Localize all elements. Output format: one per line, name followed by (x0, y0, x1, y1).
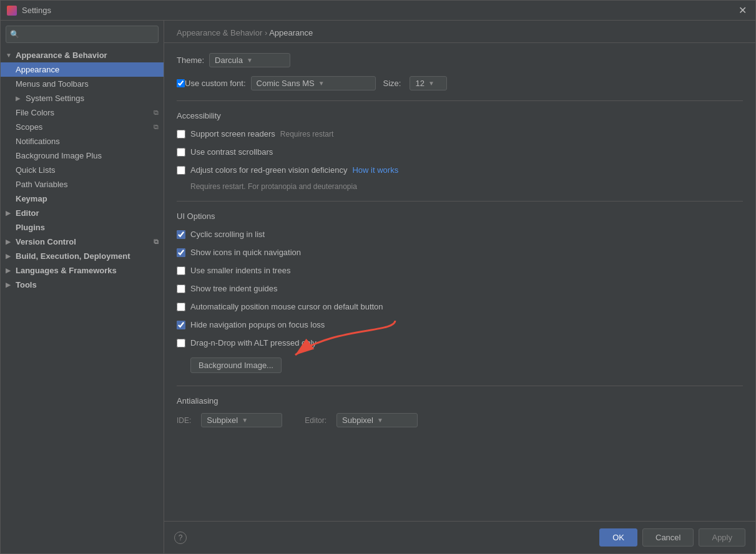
chevron-down-icon: ▼ (247, 57, 253, 64)
custom-font-row: Use custom font: Comic Sans MS ▼ Size: 1… (177, 76, 743, 90)
auto-position-label[interactable]: Automatically position mouse cursor on d… (190, 302, 383, 311)
breadcrumb: Appearance & Behavior › Appearance (164, 21, 755, 43)
content-area: 🔍 ▼ Appearance & Behavior Appearance Men… (1, 21, 755, 553)
sidebar-item-plugins[interactable]: ▶ Plugins (1, 220, 164, 235)
sidebar-item-file-colors[interactable]: File Colors ⧉ (1, 105, 164, 120)
background-image-row: Background Image... (177, 355, 743, 373)
ide-dropdown[interactable]: Subpixel ▼ (201, 413, 282, 427)
auto-position-checkbox[interactable] (177, 303, 185, 311)
chevron-down-icon: ▼ (242, 417, 248, 424)
theme-row: Theme: Darcula ▼ (177, 53, 743, 67)
contrast-scrollbars-checkbox[interactable] (177, 148, 185, 157)
auto-position-cursor-row: Automatically position mouse cursor on d… (177, 301, 743, 313)
window-title: Settings (22, 6, 736, 15)
editor-aa-dropdown[interactable]: Subpixel ▼ (336, 413, 418, 427)
ide-label: IDE: (177, 416, 191, 425)
sidebar-label: System Settings (26, 94, 84, 103)
editor-aa-value: Subpixel (342, 415, 373, 425)
caret-icon: ▶ (6, 281, 14, 288)
help-button[interactable]: ? (174, 532, 187, 544)
divider3 (177, 386, 743, 386)
contrast-scrollbars-label[interactable]: Use contrast scrollbars (190, 147, 273, 157)
divider (177, 100, 743, 101)
ok-button[interactable]: OK (599, 528, 637, 547)
font-dropdown[interactable]: Comic Sans MS ▼ (251, 76, 376, 90)
caret-icon: ▶ (6, 238, 14, 245)
caret-placeholder: ▶ (6, 224, 14, 231)
custom-font-label[interactable]: Use custom font: (185, 79, 246, 88)
smaller-indents-checkbox[interactable] (177, 266, 185, 275)
breadcrumb-current: Appearance (269, 28, 313, 37)
title-bar: Settings ✕ (1, 1, 755, 21)
show-icons-label[interactable]: Show icons in quick navigation (190, 248, 301, 257)
support-screen-readers-checkbox[interactable] (177, 130, 185, 138)
tree-indent-guides-label[interactable]: Show tree indent guides (190, 284, 277, 293)
sidebar-label: Scopes (16, 122, 42, 132)
chevron-down-icon: ▼ (377, 417, 383, 424)
drag-drop-checkbox[interactable] (177, 339, 185, 347)
main-panel: Appearance & Behavior › Appearance Theme… (164, 21, 755, 553)
cancel-button[interactable]: Cancel (642, 528, 694, 547)
drag-drop-label[interactable]: Drag-n-Drop with ALT pressed only (190, 338, 317, 347)
sidebar-item-scopes[interactable]: Scopes ⧉ (1, 120, 164, 134)
how-it-works-link[interactable]: How it works (352, 165, 398, 175)
show-icons-checkbox[interactable] (177, 248, 185, 257)
sidebar-item-editor[interactable]: ▶ Editor (1, 206, 164, 220)
hide-nav-popups-row: Hide navigation popups on focus loss (177, 319, 743, 331)
chevron-down-icon: ▼ (318, 80, 325, 87)
cyclic-scrolling-label[interactable]: Cyclic scrolling in list (190, 230, 265, 239)
sidebar-item-quick-lists[interactable]: Quick Lists (1, 163, 164, 177)
requires-restart-text: Requires restart (280, 130, 333, 138)
background-image-button[interactable]: Background Image... (190, 357, 282, 373)
sidebar-item-version-control[interactable]: ▶ Version Control ⧉ (1, 235, 164, 249)
sidebar-label: Path Variables (16, 180, 68, 189)
sidebar-item-system-settings[interactable]: ▶ System Settings (1, 91, 164, 105)
sidebar-item-notifications[interactable]: Notifications (1, 134, 164, 148)
sidebar-item-appearance[interactable]: Appearance (1, 62, 164, 77)
hide-nav-popups-checkbox[interactable] (177, 321, 185, 329)
theme-label: Theme: (177, 56, 204, 65)
sidebar-label: File Colors (16, 108, 54, 117)
divider2 (177, 201, 743, 202)
app-icon (7, 6, 17, 16)
sidebar-item-keymap[interactable]: ▶ Keymap (1, 192, 164, 206)
theme-dropdown[interactable]: Darcula ▼ (209, 53, 290, 67)
sidebar-item-menus-toolbars[interactable]: Menus and Toolbars (1, 77, 164, 91)
breadcrumb-parent: Appearance & Behavior (177, 28, 262, 37)
caret-icon: ▼ (6, 52, 14, 59)
close-button[interactable]: ✕ (736, 4, 749, 16)
sidebar-item-path-variables[interactable]: Path Variables (1, 177, 164, 192)
size-label: Size: (383, 79, 401, 88)
adjust-colors-label[interactable]: Adjust colors for red-green vision defic… (190, 165, 347, 175)
apply-button[interactable]: Apply (699, 528, 745, 547)
support-screen-readers-label[interactable]: Support screen readers (190, 129, 275, 138)
editor-aa-label: Editor: (305, 416, 326, 425)
search-icon: 🔍 (10, 30, 19, 39)
tree-indent-guides-checkbox[interactable] (177, 284, 185, 293)
drag-drop-row: Drag-n-Drop with ALT pressed only (177, 337, 743, 349)
sidebar-item-tools[interactable]: ▶ Tools (1, 278, 164, 292)
custom-font-checkbox[interactable] (177, 79, 185, 87)
caret-icon: ▶ (6, 253, 14, 260)
sidebar-item-background-image-plus[interactable]: Background Image Plus (1, 148, 164, 163)
show-icons-row: Show icons in quick navigation (177, 246, 743, 258)
sidebar-item-languages[interactable]: ▶ Languages & Frameworks (1, 263, 164, 278)
cyclic-scrolling-checkbox[interactable] (177, 230, 185, 239)
sidebar-label: Appearance & Behavior (16, 51, 107, 60)
smaller-indents-row: Use smaller indents in trees (177, 265, 743, 276)
sidebar-label: Plugins (16, 223, 45, 232)
smaller-indents-label[interactable]: Use smaller indents in trees (190, 266, 290, 275)
search-box[interactable]: 🔍 (6, 26, 159, 43)
sidebar-label: Background Image Plus (16, 151, 102, 160)
size-dropdown[interactable]: 12 ▼ (410, 76, 447, 90)
sidebar-item-build[interactable]: ▶ Build, Execution, Deployment (1, 249, 164, 263)
sidebar-item-appearance-behavior[interactable]: ▼ Appearance & Behavior (1, 48, 164, 62)
settings-window: Settings ✕ 🔍 ▼ Appearance & Behavior App… (0, 0, 756, 554)
sidebar-label: Notifications (16, 137, 60, 146)
sidebar: 🔍 ▼ Appearance & Behavior Appearance Men… (1, 21, 164, 553)
search-input[interactable] (22, 30, 154, 39)
adjust-colors-checkbox[interactable] (177, 166, 185, 175)
chevron-down-icon: ▼ (428, 80, 434, 87)
sidebar-label: Build, Execution, Deployment (16, 251, 130, 261)
hide-nav-popups-label[interactable]: Hide navigation popups on focus loss (190, 320, 325, 329)
